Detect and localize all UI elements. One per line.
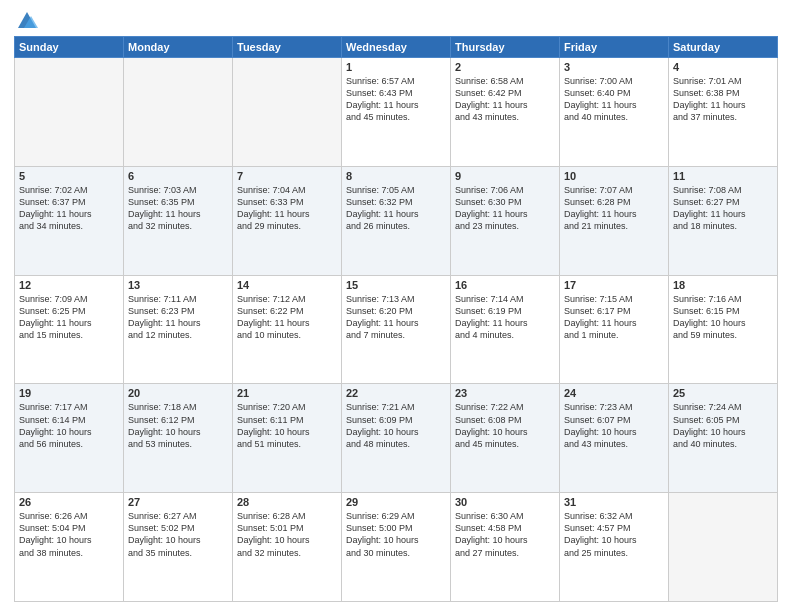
calendar-cell: 12Sunrise: 7:09 AM Sunset: 6:25 PM Dayli… [15,275,124,384]
calendar-cell: 9Sunrise: 7:06 AM Sunset: 6:30 PM Daylig… [451,166,560,275]
day-number: 28 [237,496,337,508]
day-number: 23 [455,387,555,399]
calendar-week-3: 12Sunrise: 7:09 AM Sunset: 6:25 PM Dayli… [15,275,778,384]
day-number: 7 [237,170,337,182]
day-info: Sunrise: 7:05 AM Sunset: 6:32 PM Dayligh… [346,184,446,233]
day-info: Sunrise: 7:12 AM Sunset: 6:22 PM Dayligh… [237,293,337,342]
day-number: 14 [237,279,337,291]
day-info: Sunrise: 7:24 AM Sunset: 6:05 PM Dayligh… [673,401,773,450]
day-info: Sunrise: 7:18 AM Sunset: 6:12 PM Dayligh… [128,401,228,450]
header [14,10,778,28]
calendar-cell: 14Sunrise: 7:12 AM Sunset: 6:22 PM Dayli… [233,275,342,384]
calendar-cell: 31Sunrise: 6:32 AM Sunset: 4:57 PM Dayli… [560,493,669,602]
day-number: 1 [346,61,446,73]
day-info: Sunrise: 7:09 AM Sunset: 6:25 PM Dayligh… [19,293,119,342]
day-number: 22 [346,387,446,399]
day-info: Sunrise: 6:58 AM Sunset: 6:42 PM Dayligh… [455,75,555,124]
calendar-cell: 2Sunrise: 6:58 AM Sunset: 6:42 PM Daylig… [451,58,560,167]
day-number: 13 [128,279,228,291]
calendar-cell: 30Sunrise: 6:30 AM Sunset: 4:58 PM Dayli… [451,493,560,602]
day-number: 17 [564,279,664,291]
calendar-cell: 13Sunrise: 7:11 AM Sunset: 6:23 PM Dayli… [124,275,233,384]
day-info: Sunrise: 6:30 AM Sunset: 4:58 PM Dayligh… [455,510,555,559]
logo-icon [16,10,38,32]
day-number: 27 [128,496,228,508]
page: SundayMondayTuesdayWednesdayThursdayFrid… [0,0,792,612]
calendar-week-2: 5Sunrise: 7:02 AM Sunset: 6:37 PM Daylig… [15,166,778,275]
calendar-cell: 4Sunrise: 7:01 AM Sunset: 6:38 PM Daylig… [669,58,778,167]
day-info: Sunrise: 6:32 AM Sunset: 4:57 PM Dayligh… [564,510,664,559]
weekday-header-monday: Monday [124,37,233,58]
calendar-cell: 25Sunrise: 7:24 AM Sunset: 6:05 PM Dayli… [669,384,778,493]
day-number: 21 [237,387,337,399]
day-number: 3 [564,61,664,73]
day-number: 5 [19,170,119,182]
calendar-cell: 6Sunrise: 7:03 AM Sunset: 6:35 PM Daylig… [124,166,233,275]
calendar-cell: 3Sunrise: 7:00 AM Sunset: 6:40 PM Daylig… [560,58,669,167]
day-info: Sunrise: 6:27 AM Sunset: 5:02 PM Dayligh… [128,510,228,559]
day-info: Sunrise: 7:15 AM Sunset: 6:17 PM Dayligh… [564,293,664,342]
calendar-cell: 17Sunrise: 7:15 AM Sunset: 6:17 PM Dayli… [560,275,669,384]
day-number: 19 [19,387,119,399]
calendar-cell: 27Sunrise: 6:27 AM Sunset: 5:02 PM Dayli… [124,493,233,602]
day-number: 20 [128,387,228,399]
day-number: 16 [455,279,555,291]
day-info: Sunrise: 7:08 AM Sunset: 6:27 PM Dayligh… [673,184,773,233]
weekday-header-wednesday: Wednesday [342,37,451,58]
day-number: 11 [673,170,773,182]
calendar-cell [124,58,233,167]
day-info: Sunrise: 7:00 AM Sunset: 6:40 PM Dayligh… [564,75,664,124]
calendar-cell: 22Sunrise: 7:21 AM Sunset: 6:09 PM Dayli… [342,384,451,493]
calendar-cell: 29Sunrise: 6:29 AM Sunset: 5:00 PM Dayli… [342,493,451,602]
day-info: Sunrise: 7:17 AM Sunset: 6:14 PM Dayligh… [19,401,119,450]
weekday-header-sunday: Sunday [15,37,124,58]
calendar-cell: 11Sunrise: 7:08 AM Sunset: 6:27 PM Dayli… [669,166,778,275]
calendar-cell: 23Sunrise: 7:22 AM Sunset: 6:08 PM Dayli… [451,384,560,493]
day-info: Sunrise: 6:28 AM Sunset: 5:01 PM Dayligh… [237,510,337,559]
calendar-cell: 19Sunrise: 7:17 AM Sunset: 6:14 PM Dayli… [15,384,124,493]
calendar-cell: 21Sunrise: 7:20 AM Sunset: 6:11 PM Dayli… [233,384,342,493]
day-info: Sunrise: 7:23 AM Sunset: 6:07 PM Dayligh… [564,401,664,450]
calendar-cell: 15Sunrise: 7:13 AM Sunset: 6:20 PM Dayli… [342,275,451,384]
calendar-cell [15,58,124,167]
day-info: Sunrise: 6:26 AM Sunset: 5:04 PM Dayligh… [19,510,119,559]
calendar-week-1: 1Sunrise: 6:57 AM Sunset: 6:43 PM Daylig… [15,58,778,167]
day-number: 10 [564,170,664,182]
calendar-cell: 8Sunrise: 7:05 AM Sunset: 6:32 PM Daylig… [342,166,451,275]
calendar-cell [669,493,778,602]
day-info: Sunrise: 7:07 AM Sunset: 6:28 PM Dayligh… [564,184,664,233]
day-info: Sunrise: 7:22 AM Sunset: 6:08 PM Dayligh… [455,401,555,450]
calendar-cell: 16Sunrise: 7:14 AM Sunset: 6:19 PM Dayli… [451,275,560,384]
calendar-cell: 28Sunrise: 6:28 AM Sunset: 5:01 PM Dayli… [233,493,342,602]
day-number: 24 [564,387,664,399]
day-info: Sunrise: 7:04 AM Sunset: 6:33 PM Dayligh… [237,184,337,233]
day-info: Sunrise: 7:14 AM Sunset: 6:19 PM Dayligh… [455,293,555,342]
day-number: 25 [673,387,773,399]
calendar-cell: 5Sunrise: 7:02 AM Sunset: 6:37 PM Daylig… [15,166,124,275]
weekday-header-friday: Friday [560,37,669,58]
calendar-header-row: SundayMondayTuesdayWednesdayThursdayFrid… [15,37,778,58]
day-number: 15 [346,279,446,291]
weekday-header-tuesday: Tuesday [233,37,342,58]
day-info: Sunrise: 7:13 AM Sunset: 6:20 PM Dayligh… [346,293,446,342]
calendar-cell: 10Sunrise: 7:07 AM Sunset: 6:28 PM Dayli… [560,166,669,275]
day-info: Sunrise: 7:03 AM Sunset: 6:35 PM Dayligh… [128,184,228,233]
day-number: 8 [346,170,446,182]
day-info: Sunrise: 7:20 AM Sunset: 6:11 PM Dayligh… [237,401,337,450]
day-number: 31 [564,496,664,508]
day-info: Sunrise: 7:02 AM Sunset: 6:37 PM Dayligh… [19,184,119,233]
day-number: 26 [19,496,119,508]
day-info: Sunrise: 6:29 AM Sunset: 5:00 PM Dayligh… [346,510,446,559]
day-number: 4 [673,61,773,73]
day-number: 9 [455,170,555,182]
day-info: Sunrise: 7:06 AM Sunset: 6:30 PM Dayligh… [455,184,555,233]
day-number: 12 [19,279,119,291]
day-number: 30 [455,496,555,508]
calendar-cell: 7Sunrise: 7:04 AM Sunset: 6:33 PM Daylig… [233,166,342,275]
weekday-header-thursday: Thursday [451,37,560,58]
day-info: Sunrise: 7:01 AM Sunset: 6:38 PM Dayligh… [673,75,773,124]
calendar-week-5: 26Sunrise: 6:26 AM Sunset: 5:04 PM Dayli… [15,493,778,602]
calendar-table: SundayMondayTuesdayWednesdayThursdayFrid… [14,36,778,602]
day-number: 18 [673,279,773,291]
calendar-cell: 24Sunrise: 7:23 AM Sunset: 6:07 PM Dayli… [560,384,669,493]
